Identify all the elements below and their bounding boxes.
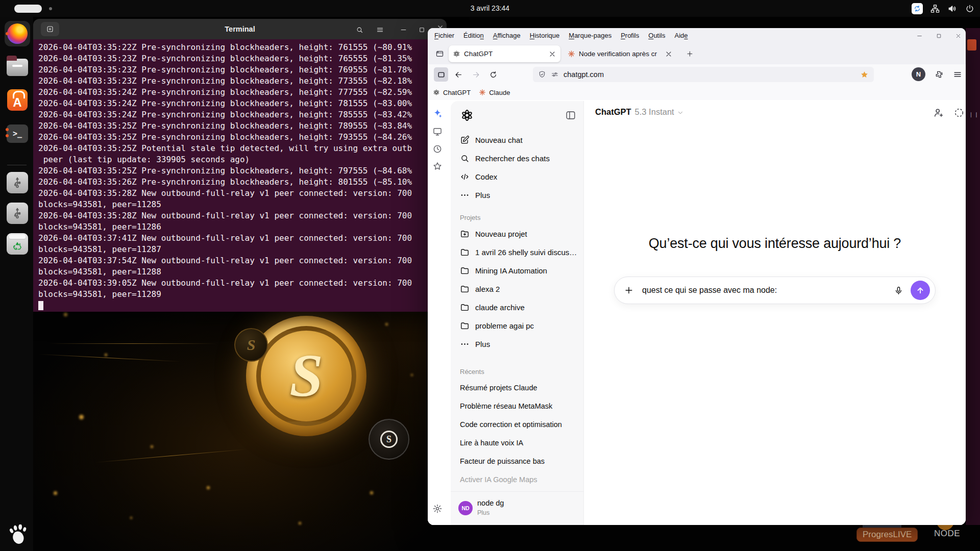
sidebar-item[interactable]: Plus bbox=[451, 335, 583, 353]
new-tab-button[interactable] bbox=[683, 47, 696, 60]
tab-bar: ChatGPT Node verification après cr bbox=[428, 43, 966, 64]
dock-item-trash[interactable] bbox=[5, 231, 30, 257]
menu-item-outils[interactable]: Outils bbox=[644, 28, 670, 43]
recent-chat-item[interactable]: Activer IA Google Maps bbox=[451, 470, 583, 489]
chat-composer[interactable]: quest ce qui se passe avec ma node: bbox=[614, 277, 936, 304]
sidebar-item[interactable]: probleme agai pc bbox=[451, 316, 583, 335]
temporary-chat-icon[interactable] bbox=[953, 107, 965, 118]
url-bar[interactable]: chatgpt.com bbox=[533, 67, 874, 82]
menu-item-historique[interactable]: Historique bbox=[525, 28, 565, 43]
sidebar-item[interactable]: Nouveau projet bbox=[451, 224, 583, 243]
terminal-log[interactable]: 2026-04-04T03:35:22Z Pre-synchronizing b… bbox=[33, 39, 447, 312]
extensions-icon[interactable] bbox=[932, 67, 946, 81]
usb-icon bbox=[7, 203, 28, 224]
firefox-window: FichierÉditionAffichageHistoriqueMarque-… bbox=[428, 28, 966, 525]
history-icon[interactable] bbox=[432, 144, 443, 154]
sparkle-icon[interactable] bbox=[432, 108, 443, 118]
volume-icon[interactable] bbox=[947, 4, 958, 14]
recent-chat-item[interactable]: Lire à haute voix IA bbox=[451, 434, 583, 452]
sidebar-item[interactable]: 1 avril 26 shelly suivi discussi… bbox=[451, 243, 583, 261]
menu-item-fichier[interactable]: Fichier bbox=[430, 28, 459, 43]
recent-chat-item[interactable]: Facteur de puissance bas bbox=[451, 452, 583, 470]
terminal-search-button[interactable] bbox=[354, 24, 365, 35]
projects-list: Nouveau projet1 avril 26 shelly suivi di… bbox=[451, 224, 583, 353]
app-center-icon: A bbox=[7, 89, 28, 111]
shield-icon[interactable] bbox=[538, 70, 546, 79]
firefox-view-button[interactable] bbox=[432, 46, 447, 61]
tab-chatgpt[interactable]: ChatGPT bbox=[449, 45, 560, 62]
sidebar-item[interactable]: alexa 2 bbox=[451, 280, 583, 298]
clock[interactable]: 3 avril 23:44 bbox=[0, 0, 980, 17]
terminal-maximize-button[interactable] bbox=[416, 24, 427, 35]
window-maximize-button[interactable] bbox=[933, 30, 944, 41]
collapse-sidebar-icon[interactable] bbox=[565, 110, 576, 121]
sidebar-item[interactable]: Codex bbox=[451, 167, 583, 186]
sidebar-scroll-area[interactable]: Nouveau chatRechercher des chatsCodexPlu… bbox=[451, 131, 583, 491]
model-selector[interactable]: ChatGPT 5.3 Instant bbox=[595, 107, 684, 117]
sync-app-icon[interactable] bbox=[912, 3, 923, 14]
recent-chat-item[interactable]: Problème réseau MetaMask bbox=[451, 397, 583, 415]
firefox-account-badge[interactable]: N bbox=[912, 67, 925, 81]
dock-item-usb-drive-2[interactable] bbox=[5, 201, 30, 226]
forward-button[interactable] bbox=[469, 67, 483, 82]
node-label[interactable]: NODE bbox=[934, 529, 960, 539]
terminal-log-line: 2026-04-04T03:35:24Z Pre-synchronizing b… bbox=[38, 109, 442, 120]
misspelled-word: quest bbox=[642, 286, 662, 294]
attach-plus-icon[interactable] bbox=[624, 285, 634, 295]
apps-icon[interactable] bbox=[432, 127, 443, 137]
tab-label: Node verification après cr bbox=[579, 50, 662, 58]
mic-icon[interactable] bbox=[894, 286, 903, 295]
progres-live-badge[interactable]: ProgresLIVE bbox=[856, 528, 918, 542]
dock-item-terminal[interactable]: >_ bbox=[5, 121, 30, 146]
sidebar-item[interactable]: Rechercher des chats bbox=[451, 149, 583, 167]
terminal-titlebar[interactable]: Terminal bbox=[33, 19, 447, 39]
search-icon bbox=[460, 154, 470, 163]
share-invite-icon[interactable] bbox=[933, 107, 944, 118]
reload-button[interactable] bbox=[486, 67, 500, 82]
starred-icon[interactable] bbox=[432, 161, 443, 171]
window-close-button[interactable] bbox=[952, 30, 964, 41]
menu-item-dition[interactable]: Édition bbox=[459, 28, 488, 43]
app-menu-icon[interactable] bbox=[950, 67, 964, 81]
chat-input[interactable]: quest ce qui se passe avec ma node: bbox=[642, 286, 894, 295]
power-icon[interactable] bbox=[965, 4, 975, 14]
tab-close-icon[interactable] bbox=[665, 50, 673, 58]
dock-item-app-center[interactable]: A bbox=[5, 87, 30, 113]
terminal-log-line: 2026-04-04T03:35:25Z Pre-synchronizing b… bbox=[38, 165, 442, 177]
terminal-window: Terminal 2026-04-04T03:35:22Z Pre-synchr… bbox=[33, 19, 447, 312]
menu-item-aide[interactable]: Aide bbox=[670, 28, 693, 43]
bookmark-chatgpt[interactable]: ChatGPT bbox=[433, 89, 471, 96]
send-button[interactable] bbox=[911, 281, 930, 300]
permissions-icon[interactable] bbox=[551, 70, 559, 79]
window-minimize-button[interactable] bbox=[914, 30, 925, 41]
menu-item-profils[interactable]: Profils bbox=[616, 28, 644, 43]
sidebar-item[interactable]: Plus bbox=[451, 186, 583, 204]
back-button[interactable] bbox=[451, 67, 465, 82]
menu-item-affichage[interactable]: Affichage bbox=[488, 28, 525, 43]
url-text[interactable]: chatgpt.com bbox=[564, 70, 860, 79]
recent-chat-item[interactable]: Code correction et optimisation bbox=[451, 415, 583, 434]
terminal-menu-button[interactable] bbox=[374, 24, 385, 35]
dock-item-usb-drive-1[interactable] bbox=[5, 170, 30, 195]
menu-item-marquepages[interactable]: Marque-pages bbox=[564, 28, 616, 43]
sidebar-toggle-button[interactable] bbox=[434, 67, 448, 82]
network-icon[interactable] bbox=[930, 4, 940, 14]
tab-label: ChatGPT bbox=[464, 50, 545, 58]
bookmark-claude[interactable]: Claude bbox=[479, 89, 510, 96]
claude-asterisk-icon bbox=[568, 50, 575, 58]
sidebar-item[interactable]: claude archive bbox=[451, 298, 583, 316]
tab-node-verification[interactable]: Node verification après cr bbox=[564, 45, 677, 62]
chatgpt-logo-icon[interactable] bbox=[460, 108, 474, 122]
recent-chat-item[interactable]: Résumé projets Claude bbox=[451, 379, 583, 397]
bookmark-star-icon[interactable] bbox=[860, 70, 869, 79]
terminal-minimize-button[interactable] bbox=[398, 24, 409, 35]
sidebar-item[interactable]: Nouveau chat bbox=[451, 131, 583, 149]
dots-icon bbox=[460, 339, 470, 349]
sidebar-item-label: Rechercher des chats bbox=[475, 154, 550, 163]
dock-item-files[interactable] bbox=[5, 55, 30, 80]
tab-close-icon[interactable] bbox=[548, 50, 556, 58]
sidebar-item[interactable]: Mining IA Automation bbox=[451, 261, 583, 280]
settings-gear-icon[interactable] bbox=[432, 504, 443, 514]
account-footer[interactable]: ND node dg Plus bbox=[451, 491, 583, 525]
dock-item-firefox[interactable] bbox=[5, 21, 30, 46]
